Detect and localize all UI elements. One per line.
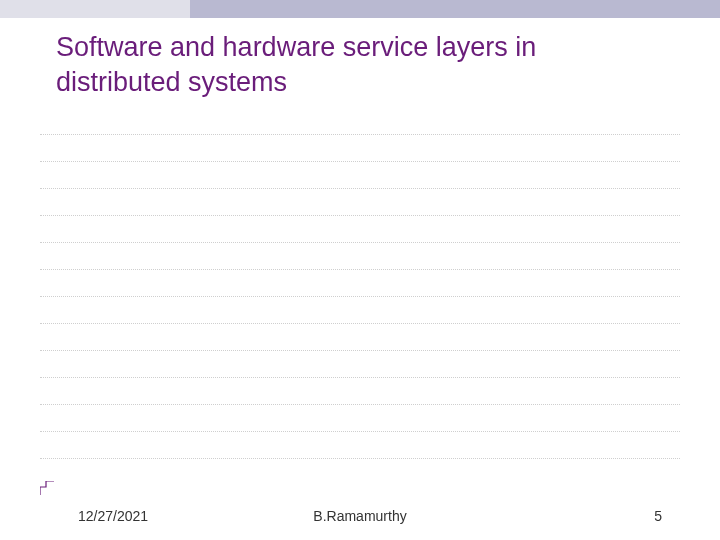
corner-accent-icon: [40, 481, 54, 495]
slide-footer: 12/27/2021 B.Ramamurthy 5: [0, 502, 720, 524]
slide-title: Software and hardware service layers in …: [56, 30, 664, 100]
footer-date: 12/27/2021: [78, 508, 148, 524]
footer-page-number: 5: [654, 508, 662, 524]
ruled-body-area: [40, 108, 680, 490]
top-decorative-bar-light: [0, 0, 190, 18]
footer-author: B.Ramamurthy: [313, 508, 406, 524]
